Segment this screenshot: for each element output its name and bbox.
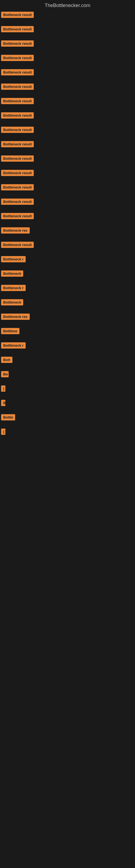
list-item: B [0, 398, 135, 408]
bottleneck-result-badge[interactable]: Bottleneck result [1, 198, 34, 205]
bottleneck-result-badge[interactable]: Bottleneck [1, 271, 23, 277]
bottleneck-result-badge[interactable]: Bottleneck result [1, 98, 34, 104]
bottleneck-result-badge[interactable]: Bottleneck r [1, 342, 26, 348]
item-separator [0, 422, 135, 427]
bottleneck-result-badge[interactable]: Bottleneck result [1, 69, 34, 75]
item-separator [0, 120, 135, 125]
item-separator [0, 163, 135, 168]
list-item: Bottleneck result [0, 53, 135, 63]
bottleneck-result-badge[interactable]: Bott [1, 357, 12, 363]
item-separator [0, 48, 135, 53]
list-item: Bottleneck result [0, 140, 135, 149]
item-separator [0, 63, 135, 67]
list-item: Bottleneck r [0, 341, 135, 350]
bottleneck-result-badge[interactable]: Bottleneck result [1, 84, 34, 90]
list-item: Bottleneck [0, 298, 135, 307]
item-separator [0, 207, 135, 211]
list-item: Bottleneck result [0, 10, 135, 20]
bottleneck-result-badge[interactable]: Bottleneck result [1, 26, 34, 32]
item-separator [0, 20, 135, 24]
item-separator [0, 149, 135, 154]
item-separator [0, 134, 135, 140]
list-item: Bottleneck result [0, 82, 135, 91]
list-item: Bottleneck result [0, 154, 135, 163]
bottleneck-result-badge[interactable]: Bottleneck res [1, 314, 30, 320]
bottleneck-result-badge[interactable]: Bottleneck result [1, 12, 34, 18]
item-separator [0, 77, 135, 82]
list-item: Bottleneck r [0, 283, 135, 293]
list-item: Bottle [0, 412, 135, 422]
item-separator [0, 91, 135, 96]
list-item: Bottleneck r [0, 254, 135, 264]
list-item: Bottleneck res [0, 312, 135, 321]
list-item: | [0, 384, 135, 393]
bottleneck-result-badge[interactable]: Bo [1, 371, 9, 377]
bottleneck-result-badge[interactable]: Bottleneck res [1, 227, 30, 234]
list-item: Bottleneck result [0, 125, 135, 134]
item-separator [0, 379, 135, 384]
item-separator [0, 408, 135, 412]
list-item: Bottleneck result [0, 111, 135, 120]
bottleneck-result-badge[interactable]: Bottleneck result [1, 127, 34, 133]
list-item: Bott [0, 355, 135, 365]
bottleneck-result-badge[interactable]: Bottleneck r [1, 256, 26, 262]
bottleneck-result-badge[interactable]: B [1, 400, 5, 406]
item-separator [0, 436, 135, 441]
list-item: Bottleneck result [0, 39, 135, 48]
list-item: Bottleneck result [0, 197, 135, 207]
bottleneck-result-badge[interactable]: Bottle [1, 414, 15, 421]
list-item: Bottleneck result [0, 24, 135, 34]
item-separator [0, 278, 135, 283]
bottleneck-result-badge[interactable]: Bottleneck result [1, 170, 34, 176]
item-separator [0, 192, 135, 197]
list-item: Bottleneck [0, 269, 135, 278]
item-separator [0, 178, 135, 183]
item-separator [0, 336, 135, 341]
bottleneck-result-badge[interactable]: Bottleneck [1, 299, 23, 305]
bottleneck-result-badge[interactable]: Bottleneck result [1, 141, 34, 147]
bottleneck-result-badge[interactable]: Bottleneck result [1, 242, 34, 248]
bottleneck-result-badge[interactable]: Bottlene [1, 328, 19, 334]
item-separator [0, 235, 135, 240]
item-separator [0, 106, 135, 111]
bottleneck-result-badge[interactable]: Bottleneck result [1, 155, 34, 162]
site-title: TheBottlenecker.com [0, 0, 135, 10]
list-item: Bottleneck result [0, 67, 135, 77]
item-separator [0, 264, 135, 269]
item-separator [0, 34, 135, 39]
bottleneck-result-badge[interactable]: Bottleneck result [1, 184, 34, 190]
item-separator [0, 307, 135, 312]
list-item: Bottleneck res [0, 226, 135, 235]
item-separator [0, 365, 135, 369]
bottleneck-result-badge[interactable]: Bottleneck result [1, 55, 34, 61]
list-item: Bottlene [0, 326, 135, 336]
bottleneck-result-badge[interactable]: | [1, 385, 5, 392]
item-separator [0, 221, 135, 226]
list-item: Bottleneck result [0, 240, 135, 250]
list-item: Bo [0, 369, 135, 379]
list-item: Bottleneck result [0, 211, 135, 221]
bottleneck-result-badge[interactable]: Bottleneck r [1, 285, 26, 291]
item-separator [0, 393, 135, 398]
bottleneck-result-badge[interactable]: Bottleneck result [1, 40, 34, 46]
bottleneck-result-badge[interactable]: Bottleneck result [1, 112, 34, 119]
bottleneck-result-badge[interactable]: Bottleneck result [1, 213, 34, 219]
list-item: Bottleneck result [0, 168, 135, 178]
item-separator [0, 350, 135, 355]
bottleneck-result-badge[interactable]: | [1, 429, 5, 435]
item-separator [0, 250, 135, 254]
list-item: Bottleneck result [0, 183, 135, 192]
list-item: Bottleneck result [0, 96, 135, 106]
item-separator [0, 321, 135, 326]
list-item: | [0, 427, 135, 436]
item-separator [0, 293, 135, 298]
